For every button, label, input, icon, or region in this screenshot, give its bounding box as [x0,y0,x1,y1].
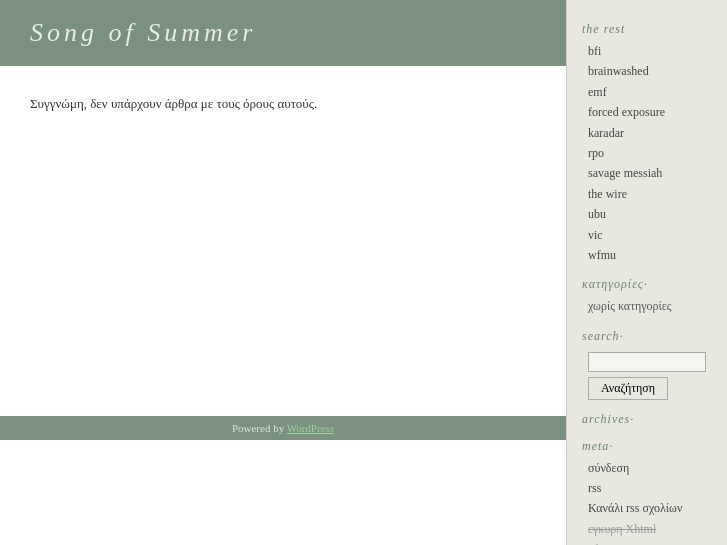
meta-link-xfn: xfn [582,539,712,545]
meta-links: σύνδεσηrssΚανάλι rss σχολίωνεγκυρη Xhtml… [582,458,712,545]
archives-section-title: archives· [582,412,712,427]
powered-by-text: Powered by [232,422,284,434]
meta-link-σύνδεση[interactable]: σύνδεση [582,458,712,478]
wordpress-link[interactable]: WordPress [287,422,334,434]
meta-link-εγκυρη-Xhtml: εγκυρη Xhtml [582,519,712,539]
no-categories-text: χωρίς κατηγορίες [582,299,672,313]
sidebar-link-emf[interactable]: emf [582,82,712,102]
no-results-message: Συγγνώμη, δεν υπάρχουν άρθρα με τους όρο… [30,96,536,112]
sidebar-link-rpo[interactable]: rpo [582,143,712,163]
meta-section-title: meta· [582,439,712,454]
sidebar-link-the-wire[interactable]: the wire [582,184,712,204]
meta-link-Κανάλι-rss-σχολίων[interactable]: Κανάλι rss σχολίων [582,498,712,518]
site-header: Song of Summer [0,0,566,66]
sidebar-link-karadar[interactable]: karadar [582,123,712,143]
sidebar-link-savage-messiah[interactable]: savage messiah [582,163,712,183]
sidebar-link-wfmu[interactable]: wfmu [582,245,712,265]
categories-section-title: κατηγορίες· [582,277,712,292]
sidebar-link-forced-exposure[interactable]: forced exposure [582,102,712,122]
the-rest-section-title: the rest [582,22,712,37]
sidebar-link-vic[interactable]: vic [582,225,712,245]
sidebar-link-bfi[interactable]: bfi [582,41,712,61]
sidebar-link-brainwashed[interactable]: brainwashed [582,61,712,81]
meta-link-rss[interactable]: rss [582,478,712,498]
search-button[interactable]: Αναζήτηση [588,377,668,400]
site-title: Song of Summer [30,18,536,48]
main-column: Song of Summer Συγγνώμη, δεν υπάρχουν άρ… [0,0,567,545]
footer-bar: Powered by WordPress [0,416,566,440]
content-area: Συγγνώμη, δεν υπάρχουν άρθρα με τους όρο… [0,66,566,416]
search-section: Αναζήτηση [582,352,712,400]
sidebar-link-ubu[interactable]: ubu [582,204,712,224]
search-input[interactable] [588,352,706,372]
sidebar: the rest bfibrainwashedemfforced exposur… [567,0,727,545]
the-rest-links: bfibrainwashedemfforced exposurekaradarr… [582,41,712,265]
search-section-title: search· [582,329,712,344]
